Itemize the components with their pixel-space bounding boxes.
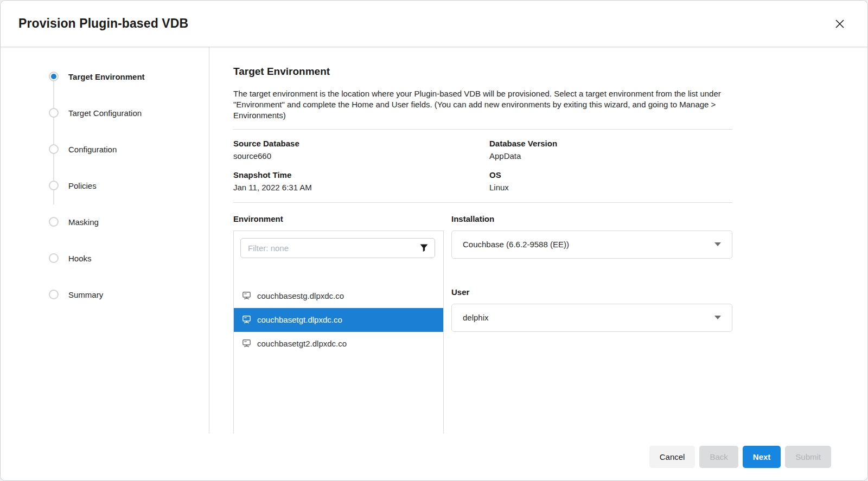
detail-os: OS Linux: [489, 170, 732, 192]
user-label: User: [451, 287, 732, 297]
step-label: Configuration: [68, 145, 117, 154]
host-icon: [242, 339, 251, 348]
step-label: Target Environment: [68, 72, 145, 81]
page-title: Target Environment: [233, 66, 732, 78]
detail-database-version: Database Version AppData: [489, 139, 732, 161]
environment-item-name: couchbasestg.dlpxdc.co: [257, 291, 344, 300]
close-icon: [833, 17, 846, 30]
installation-label: Installation: [451, 214, 732, 223]
environment-item[interactable]: couchbasestg.dlpxdc.co: [234, 284, 443, 308]
step-hooks[interactable]: Hooks: [49, 253, 209, 264]
host-icon: [242, 291, 251, 300]
detail-label: Source Database: [233, 139, 489, 148]
dialog-footer: Cancel Back Next Submit: [1, 433, 867, 480]
user-select[interactable]: delphix: [451, 304, 732, 332]
environment-section: Environment: [233, 203, 444, 433]
environment-list: couchbasestg.dlpxdc.co: [234, 284, 443, 356]
detail-label: Database Version: [489, 139, 732, 148]
installation-value: Couchbase (6.6.2-9588 (EE)): [463, 240, 569, 249]
detail-snapshot-time: Snapshot Time Jan 11, 2022 6:31 AM: [233, 170, 489, 192]
environment-filter-input[interactable]: [240, 238, 435, 258]
step-radio-icon: [49, 217, 59, 227]
step-radio-icon: [49, 144, 59, 154]
step-label: Target Configuration: [68, 108, 142, 118]
environment-list-panel: couchbasestg.dlpxdc.co: [233, 230, 444, 433]
step-label: Summary: [68, 290, 103, 299]
step-radio-icon: [49, 181, 59, 190]
step-label: Masking: [68, 217, 99, 227]
main-panel: Target Environment The target environmen…: [209, 47, 867, 433]
dialog-title: Provision Plugin-based VDB: [18, 16, 188, 31]
step-configuration[interactable]: Configuration: [49, 144, 209, 155]
host-icon: [242, 315, 251, 324]
step-target-configuration[interactable]: Target Configuration: [49, 107, 209, 118]
source-details: Source Database source660 Database Versi…: [233, 130, 732, 202]
detail-label: Snapshot Time: [233, 170, 489, 179]
step-masking[interactable]: Masking: [49, 216, 209, 227]
step-label: Policies: [68, 181, 97, 190]
cancel-button[interactable]: Cancel: [649, 446, 695, 468]
detail-value: Jan 11, 2022 6:31 AM: [233, 183, 489, 192]
detail-value: AppData: [489, 151, 732, 161]
close-button[interactable]: [832, 16, 848, 32]
step-label: Hooks: [68, 254, 92, 263]
environment-label: Environment: [233, 214, 444, 223]
environment-item-name: couchbasetgt2.dlpxdc.co: [257, 339, 347, 348]
step-radio-icon: [49, 108, 59, 118]
provision-vdb-dialog: Provision Plugin-based VDB Target Enviro…: [0, 0, 868, 481]
detail-label: OS: [489, 170, 732, 179]
detail-value: Linux: [489, 183, 732, 192]
user-value: delphix: [463, 313, 489, 322]
chevron-down-icon: [714, 316, 721, 319]
step-target-environment[interactable]: Target Environment: [49, 71, 209, 82]
step-policies[interactable]: Policies: [49, 180, 209, 191]
environment-item[interactable]: couchbasetgt2.dlpxdc.co: [234, 332, 443, 356]
detail-source-database: Source Database source660: [233, 139, 489, 161]
step-radio-icon: [49, 290, 59, 299]
dialog-header: Provision Plugin-based VDB: [1, 1, 867, 47]
back-button[interactable]: Back: [699, 446, 738, 468]
step-radio-active-icon: [49, 72, 59, 81]
wizard-steps: Target Environment Target Configuration …: [49, 71, 209, 300]
environment-item-name: couchbasetgt.dlpxdc.co: [257, 315, 342, 324]
funnel-icon[interactable]: [419, 243, 429, 253]
next-button[interactable]: Next: [743, 446, 781, 468]
step-summary[interactable]: Summary: [49, 289, 209, 300]
step-radio-icon: [49, 253, 59, 263]
installation-select[interactable]: Couchbase (6.6.2-9588 (EE)): [451, 230, 732, 259]
chevron-down-icon: [714, 242, 721, 246]
submit-button[interactable]: Submit: [785, 446, 831, 468]
wizard-sidebar: Target Environment Target Configuration …: [1, 47, 209, 433]
detail-value: source660: [233, 151, 489, 161]
installation-user-section: Installation Couchbase (6.6.2-9588 (EE))…: [444, 203, 732, 433]
dialog-body: Target Environment Target Configuration …: [1, 47, 867, 433]
environment-item-selected[interactable]: couchbasetgt.dlpxdc.co: [234, 308, 443, 332]
page-description: The target environment is the location w…: [233, 88, 732, 121]
